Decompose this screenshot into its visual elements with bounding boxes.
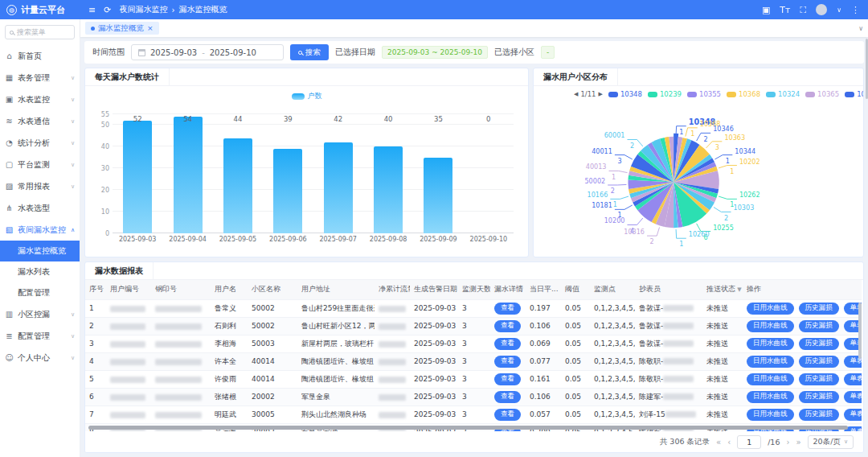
- history-leak-button[interactable]: 历史漏损: [799, 391, 839, 403]
- daily-water-curve-button[interactable]: 日用水曲线: [747, 338, 794, 350]
- tab-close-icon[interactable]: ×: [147, 24, 154, 32]
- user-avatar[interactable]: [816, 4, 827, 15]
- next-page-button[interactable]: ›: [786, 438, 789, 447]
- sidebar-subitem[interactable]: 漏水列表: [0, 261, 80, 282]
- legend-item[interactable]: 10239: [648, 90, 682, 98]
- sidebar-subitem[interactable]: 漏水监控概览: [0, 241, 80, 261]
- table-cell: 0,1,2,3,4,5,6: [590, 352, 635, 370]
- horizontal-scrollbar[interactable]: [88, 426, 848, 430]
- bar[interactable]: 35: [424, 158, 452, 233]
- y-tick-label: 10: [101, 208, 109, 216]
- legend-swatch: [766, 92, 776, 97]
- history-leak-button[interactable]: 历史漏损: [799, 373, 839, 385]
- history-leak-button[interactable]: 历史漏损: [799, 303, 839, 315]
- legend-item[interactable]: 10355: [687, 90, 721, 98]
- history-leak-button[interactable]: 历史漏损: [799, 409, 839, 421]
- masked-value: [155, 394, 202, 401]
- table-cell: 0.197: [526, 299, 561, 317]
- daily-water-curve-button[interactable]: 日用水曲线: [747, 373, 794, 385]
- font-size-icon[interactable]: Tт: [780, 5, 790, 15]
- table-cell: 3: [458, 299, 490, 317]
- collapse-menu-icon[interactable]: ≡: [88, 5, 96, 15]
- filter-icon[interactable]: ▼: [735, 286, 742, 293]
- daily-water-curve-button[interactable]: 日用水曲线: [747, 303, 794, 315]
- first-page-button[interactable]: «: [716, 438, 721, 447]
- history-leak-button[interactable]: 历史漏损: [799, 338, 839, 350]
- tabbar-chevron-down-icon[interactable]: ∨: [858, 25, 863, 32]
- bar-chart-legend[interactable]: 户数: [85, 91, 528, 101]
- table-cell: 2025-09-03: [410, 406, 458, 423]
- view-details-button[interactable]: 查看: [494, 356, 521, 368]
- search-icon: [10, 31, 14, 35]
- view-details-button[interactable]: 查看: [494, 338, 521, 350]
- legend-item[interactable]: 10324: [766, 90, 800, 98]
- sidebar-item[interactable]: ▢平台监测∨: [0, 154, 80, 175]
- table-vertical-scrollbar[interactable]: [858, 303, 862, 359]
- sidebar-menu: ⌂新首页▦表务管理∨▣水表监控∨≋水表通信∨◔统计分析∨▢平台监测∨▨常用报表∨…: [0, 45, 80, 368]
- tab-leak-overview[interactable]: 漏水监控概览 ×: [85, 22, 159, 35]
- view-details-button[interactable]: 查看: [494, 391, 521, 403]
- history-leak-button[interactable]: 历史漏损: [799, 356, 839, 368]
- bar[interactable]: 40: [374, 146, 403, 233]
- sidebar-search-input[interactable]: 搜索菜单: [5, 25, 75, 39]
- sidebar-item[interactable]: ▣水表监控∨: [0, 89, 80, 110]
- sidebar-item[interactable]: ▦表务管理∨: [0, 67, 80, 89]
- bar[interactable]: 44: [223, 138, 252, 233]
- screenshot-icon[interactable]: ▣: [762, 5, 770, 15]
- legend-next-icon[interactable]: ▶: [598, 91, 602, 97]
- bar[interactable]: 54: [174, 117, 203, 233]
- legend-item[interactable]: 10348: [608, 90, 642, 98]
- table-row: 4许本全40014陶港镇团坵许、椽坡组2025-09-033查看0.0770.0…: [85, 352, 862, 370]
- sidebar-item[interactable]: ▥小区控漏∨: [0, 303, 80, 325]
- daily-water-curve-button[interactable]: 日用水曲线: [747, 320, 794, 332]
- breadcrumb-parent[interactable]: 夜间漏水监控: [119, 4, 167, 15]
- signal-icon: ≋: [5, 117, 14, 126]
- single-meter-analysis-button[interactable]: 单表分析: [844, 391, 862, 403]
- view-details-button[interactable]: 查看: [494, 320, 521, 332]
- sidebar-item[interactable]: ⌂新首页: [0, 45, 80, 67]
- table-cell: 未推送: [702, 299, 743, 317]
- sidebar-item[interactable]: ▨常用报表∨: [0, 175, 80, 197]
- single-meter-analysis-button[interactable]: 单表分析: [844, 373, 862, 385]
- sidebar-item[interactable]: ≋水表通信∨: [0, 110, 80, 132]
- fullscreen-icon[interactable]: ⛶: [800, 5, 806, 15]
- sidebar-subitem[interactable]: 配置管理: [0, 282, 80, 303]
- kebab-menu-icon[interactable]: ⋮: [851, 5, 860, 15]
- view-details-button[interactable]: 查看: [494, 409, 521, 421]
- legend-item[interactable]: 10368: [727, 90, 760, 98]
- sidebar-item[interactable]: ▧夜间漏水监控∧: [0, 219, 80, 241]
- sidebar-item[interactable]: ☺个人中心∨: [0, 347, 80, 368]
- table-cell: 0.05: [561, 370, 590, 388]
- bar[interactable]: 52: [123, 121, 152, 233]
- top-header: ◍ 计量云平台 ≡ ⟳ 夜间漏水监控 › 漏水监控概览 ▣ Tт ⛶ ∨ ⋮: [0, 0, 868, 19]
- table-cell: 鲁山村259往里面走很远: [297, 299, 375, 317]
- legend-item[interactable]: 10365: [805, 90, 839, 98]
- table-cell: 0.161: [526, 370, 561, 388]
- history-leak-button[interactable]: 历史漏损: [799, 320, 839, 332]
- sidebar-item[interactable]: ◔统计分析∨: [0, 132, 80, 154]
- view-details-button[interactable]: 查看: [494, 373, 521, 385]
- column-header[interactable]: 推送状态 ▼: [702, 280, 743, 299]
- date-range-input[interactable]: 2025-09-03 - 2025-09-10: [131, 44, 284, 60]
- page-size-select[interactable]: 20条/页 ∨: [808, 435, 854, 449]
- view-details-button[interactable]: 查看: [494, 303, 521, 315]
- legend-prev-icon[interactable]: ◀: [574, 91, 578, 97]
- daily-water-curve-button[interactable]: 日用水曲线: [747, 356, 794, 368]
- single-meter-analysis-button[interactable]: 单表分析: [844, 409, 862, 421]
- bar[interactable]: 42: [324, 142, 353, 233]
- page-number-input[interactable]: 1: [737, 435, 761, 449]
- search-button[interactable]: 搜索: [290, 44, 329, 60]
- chevron-down-icon[interactable]: ∨: [837, 6, 841, 14]
- table-cell: 2025-09-03: [410, 335, 458, 352]
- refresh-icon[interactable]: ⟳: [104, 5, 111, 15]
- bar[interactable]: 39: [273, 149, 302, 233]
- daily-water-curve-button[interactable]: 日用水曲线: [747, 409, 794, 421]
- sidebar-item[interactable]: ≣配置管理∨: [0, 325, 80, 347]
- report-icon: ▨: [5, 182, 14, 191]
- last-page-button[interactable]: »: [796, 438, 800, 447]
- legend-item[interactable]: 103: [845, 90, 863, 98]
- sidebar-item[interactable]: ⋔水表选型: [0, 197, 80, 219]
- prev-page-button[interactable]: ‹: [727, 438, 731, 447]
- daily-water-curve-button[interactable]: 日用水曲线: [747, 391, 794, 403]
- table-cell: 40014: [248, 370, 297, 388]
